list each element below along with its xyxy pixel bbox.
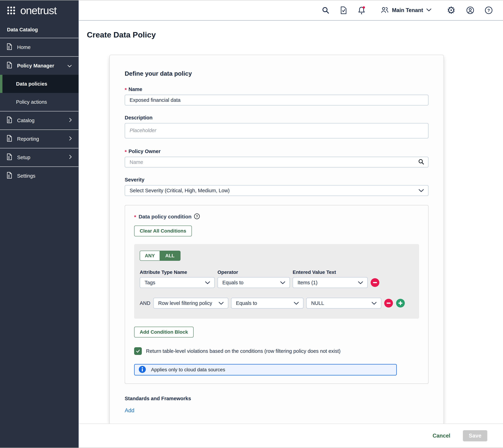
chevron-down-icon — [280, 280, 285, 286]
document-icon — [7, 135, 12, 143]
chevron-right-icon — [69, 136, 72, 142]
notifications-bell-icon[interactable] — [358, 6, 365, 15]
document-icon — [7, 116, 12, 125]
policy-owner-input[interactable] — [125, 157, 429, 168]
operator-select[interactable]: Equals to — [231, 298, 303, 308]
operator-select-value: Equals to — [236, 300, 257, 306]
grid-dots-icon — [7, 6, 16, 15]
top-bar: Main Tenant ⚙ ? — [79, 0, 503, 21]
product-title: Data Catalog — [0, 21, 79, 38]
attribute-select[interactable]: Tags — [140, 277, 215, 288]
standards-frameworks-label: Standards and Frameworks — [125, 396, 429, 401]
svg-text:?: ? — [196, 215, 198, 218]
severity-field-group: Severity Select Severity (Critical, High… — [125, 177, 429, 196]
condition-group-panel: ANY ALL Attribute Type Name Operator Ent… — [134, 244, 419, 319]
chevron-down-icon — [371, 300, 377, 306]
sidebar-item-reporting[interactable]: Reporting — [0, 130, 79, 148]
save-button[interactable]: Save — [463, 430, 487, 441]
required-asterisk: * — [134, 214, 136, 220]
column-header-attribute: Attribute Type Name — [140, 270, 215, 275]
condition-row: AND Row level filtering policy Equals to — [140, 298, 414, 308]
chevron-down-icon — [426, 8, 432, 12]
operator-select[interactable]: Equals to — [218, 277, 290, 288]
remove-condition-icon[interactable] — [370, 278, 395, 287]
column-header-value: Entered Value Text — [293, 270, 368, 275]
page-title: Create Data Policy — [87, 30, 503, 39]
condition-label: Data policy condition — [139, 214, 191, 220]
people-icon — [381, 7, 389, 14]
document-icon — [7, 153, 12, 161]
chevron-right-icon — [69, 118, 72, 123]
info-icon — [138, 366, 146, 374]
sidebar-item-label: Home — [17, 45, 31, 50]
remove-condition-icon[interactable] — [384, 299, 393, 308]
value-select-value: NULL — [311, 300, 324, 306]
app-window: onetrust Data Catalog Home Policy Manage… — [0, 0, 503, 448]
severity-select[interactable]: Select Severity (Critical, High, Medium,… — [125, 185, 429, 196]
cancel-button[interactable]: Cancel — [433, 433, 450, 439]
info-alert-text: Applies only to cloud data sources — [151, 367, 225, 372]
chevron-down-icon — [218, 300, 224, 306]
tenant-selector[interactable]: Main Tenant — [381, 7, 432, 14]
table-level-violations-checkbox[interactable] — [134, 347, 142, 355]
info-alert: Applies only to cloud data sources — [134, 364, 397, 375]
clear-all-conditions-button[interactable]: Clear All Conditions — [134, 225, 192, 236]
column-header-operator: Operator — [218, 270, 290, 275]
condition-row: Tags Equals to — [140, 277, 414, 288]
form-footer: Cancel Save — [79, 424, 503, 448]
checkbox-label: Return table-level violations based on t… — [146, 348, 340, 354]
logo-wordmark: onetrust — [20, 5, 56, 16]
chevron-down-icon — [294, 300, 299, 306]
sidebar-item-setup[interactable]: Setup — [0, 148, 79, 166]
description-field-group: Description — [125, 115, 429, 139]
account-icon[interactable] — [466, 6, 474, 14]
conjunction-label: AND — [140, 300, 151, 306]
sidebar-item-label: Policy Manager — [17, 63, 54, 69]
sidebar-item-home[interactable]: Home — [0, 38, 79, 56]
data-policy-condition-section: * Data policy condition ? Clear All Cond… — [125, 205, 429, 384]
help-icon[interactable]: ? — [485, 6, 493, 14]
toggle-all-option[interactable]: ALL — [160, 251, 180, 260]
document-check-icon[interactable] — [340, 6, 347, 14]
search-icon[interactable] — [322, 6, 329, 14]
document-icon — [7, 43, 12, 51]
add-condition-icon[interactable] — [396, 299, 405, 308]
condition-column-headers: Attribute Type Name Operator Entered Val… — [140, 270, 414, 275]
description-input[interactable] — [125, 123, 429, 138]
tenant-label: Main Tenant — [392, 7, 423, 14]
description-label: Description — [125, 115, 153, 121]
name-input[interactable] — [125, 95, 429, 105]
sidebar-item-label: Catalog — [17, 118, 34, 123]
any-all-toggle: ANY ALL — [140, 251, 181, 261]
gear-icon[interactable]: ⚙ — [447, 5, 455, 15]
value-select[interactable]: Items (1) — [293, 277, 368, 288]
attribute-select-value: Tags — [145, 280, 155, 286]
severity-select-value: Select Severity (Critical, High, Medium,… — [130, 188, 230, 193]
sidebar-item-data-policies[interactable]: Data policies — [0, 75, 79, 93]
chevron-down-icon — [67, 63, 72, 69]
document-icon — [7, 62, 12, 70]
chevron-down-icon — [358, 280, 363, 286]
sidebar-item-label: Reporting — [17, 136, 39, 142]
sidebar-item-policy-manager[interactable]: Policy Manager — [0, 57, 79, 75]
toggle-any-option[interactable]: ANY — [140, 251, 160, 260]
sidebar-item-catalog[interactable]: Catalog — [0, 112, 79, 129]
onetrust-logo[interactable]: onetrust — [0, 0, 79, 21]
name-label: Name — [129, 86, 142, 92]
help-circle-icon[interactable]: ? — [194, 213, 200, 220]
value-select[interactable]: NULL — [306, 298, 381, 308]
add-standards-link[interactable]: Add — [125, 407, 134, 414]
name-field-group: * Name — [125, 86, 429, 105]
attribute-select-value: Row level filtering policy — [158, 300, 212, 306]
sidebar-item-label: Data policies — [16, 81, 47, 87]
attribute-select[interactable]: Row level filtering policy — [153, 298, 228, 308]
add-condition-block-button[interactable]: Add Condition Block — [134, 327, 194, 337]
severity-label: Severity — [125, 177, 144, 183]
required-asterisk: * — [125, 149, 127, 154]
policy-owner-field-group: * Policy Owner — [125, 148, 429, 168]
sidebar-item-policy-actions[interactable]: Policy actions — [0, 93, 79, 111]
svg-text:?: ? — [487, 8, 490, 13]
search-icon — [418, 159, 424, 166]
section-title: Define your data policy — [125, 70, 429, 77]
sidebar-item-settings[interactable]: Settings — [0, 167, 79, 185]
